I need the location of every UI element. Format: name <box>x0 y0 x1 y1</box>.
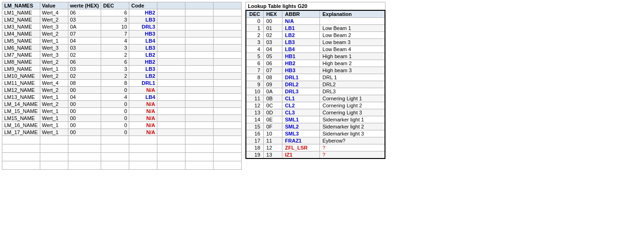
lookup-dec-cell: 9 <box>246 81 263 88</box>
code-cell: LB2 <box>129 52 157 59</box>
lookup-row: 16 10 SML3 Sidemarker light 3 <box>246 130 385 137</box>
lookup-dec-cell: 11 <box>246 95 263 102</box>
lookup-hex-cell: 04 <box>263 46 282 53</box>
lookup-row: 13 0D CL3 Cornering Light 3 <box>246 109 385 116</box>
lm-name-cell: LM1_NAME <box>2 9 40 16</box>
lookup-abbr-cell: CL2 <box>282 102 319 109</box>
empty-cell-1 <box>157 101 185 108</box>
table-row: LM7_NAME Wert_3 02 2 LB2 <box>2 52 242 59</box>
table-row: LM12_NAME Wert_2 00 0 N/A <box>2 87 242 94</box>
lookup-dec-cell: 13 <box>246 109 263 116</box>
empty-cell-3 <box>214 59 242 66</box>
table-row: LM_17_NAME Wert_1 00 0 N/A <box>2 129 242 136</box>
value-cell: Wert_3 <box>40 23 68 30</box>
lookup-dec-cell: 7 <box>246 67 263 74</box>
empty-cell-2 <box>185 52 214 59</box>
lookup-dec-cell: 5 <box>246 53 263 60</box>
lookup-dec-cell: 17 <box>246 137 263 144</box>
dec-cell: 10 <box>101 23 129 30</box>
lookup-explanation-cell: Low Beam 4 <box>319 46 385 53</box>
lm-name-cell: LM_14_NAME <box>2 101 40 108</box>
lookup-dec-cell: 14 <box>246 116 263 123</box>
empty-cell-3 <box>214 115 242 122</box>
lm-name-cell: LM10_NAME <box>2 73 40 80</box>
lm-name-cell: LM_16_NAME <box>2 122 40 129</box>
lookup-row: 3 03 LB3 Low beam 3 <box>246 39 385 46</box>
table-row: LM6_NAME Wert_3 03 3 LB3 <box>2 45 242 52</box>
lookup-hex-cell: 00 <box>263 18 282 25</box>
left-table-container: LM_NAMES Value werte (HEX) DEC Code LM1_… <box>2 2 242 170</box>
value-cell: Wert_1 <box>40 122 68 129</box>
lookup-hex-cell: 0A <box>263 88 282 95</box>
value-cell: Wert_3 <box>40 45 68 52</box>
lookup-table-container: Lookup Table lights G20 DEC HEX ABBR Exp… <box>245 2 385 170</box>
lookup-explanation-cell: ? <box>319 151 385 159</box>
lookup-hex-cell: 0B <box>263 95 282 102</box>
empty-cell-1 <box>157 73 185 80</box>
lm-name-cell: LM_15_NAME <box>2 108 40 115</box>
lookup-dec-cell: 3 <box>246 39 263 46</box>
empty-cell-1 <box>157 45 185 52</box>
lookup-explanation-cell: Cornering Light 1 <box>319 95 385 102</box>
code-cell: N/A <box>129 101 157 108</box>
dec-cell: 3 <box>101 16 129 23</box>
empty-cell-2 <box>185 108 214 115</box>
value-cell: Wert_2 <box>40 73 68 80</box>
hex-cell: 04 <box>68 38 101 45</box>
empty-cell-3 <box>214 23 242 30</box>
lm-name-cell: LM12_NAME <box>2 87 40 94</box>
col-header-empty1 <box>157 2 185 9</box>
lookup-row: 1 01 LB1 Low Beam 1 <box>246 25 385 32</box>
lookup-row: 17 11 FRAZ1 Eyberow? <box>246 137 385 144</box>
empty-cell-2 <box>185 16 214 23</box>
lookup-dec-cell: 2 <box>246 32 263 39</box>
hex-cell: 02 <box>68 52 101 59</box>
lookup-row: 14 0E SML1 Sidemarker light 1 <box>246 116 385 123</box>
code-cell: N/A <box>129 115 157 122</box>
dec-cell: 6 <box>101 9 129 16</box>
empty-cell-1 <box>157 108 185 115</box>
lookup-abbr-cell: SML3 <box>282 130 319 137</box>
col-header-dec: DEC <box>101 2 129 9</box>
lm-name-cell: LM9_NAME <box>2 66 40 73</box>
empty-cell-1 <box>157 80 185 87</box>
hex-cell: 06 <box>68 59 101 66</box>
lookup-abbr-cell: HB2 <box>282 60 319 67</box>
hex-cell: 06 <box>68 9 101 16</box>
lookup-row: 5 05 HB1 High beam 1 <box>246 53 385 60</box>
lm-name-cell: LM6_NAME <box>2 45 40 52</box>
code-cell: LB3 <box>129 66 157 73</box>
lookup-abbr-cell: DRL3 <box>282 88 319 95</box>
lookup-abbr-cell: LB3 <box>282 39 319 46</box>
lookup-abbr-cell: ZFL_LSR <box>282 144 319 151</box>
dec-cell: 6 <box>101 59 129 66</box>
code-cell: N/A <box>129 122 157 129</box>
table-row <box>2 161 242 170</box>
code-cell: HB2 <box>129 9 157 16</box>
code-cell: DRL1 <box>129 80 157 87</box>
value-cell: Wert_2 <box>40 16 68 23</box>
lookup-explanation-cell: Eyberow? <box>319 137 385 144</box>
lookup-abbr-cell: DRL2 <box>282 81 319 88</box>
lookup-abbr-cell: LB4 <box>282 46 319 53</box>
hex-cell: 03 <box>68 45 101 52</box>
empty-cell-2 <box>185 101 214 108</box>
empty-cell-2 <box>185 9 214 16</box>
empty-cell-2 <box>185 87 214 94</box>
dec-cell: 4 <box>101 38 129 45</box>
lookup-row: 6 06 HB2 High beam 2 <box>246 60 385 67</box>
code-cell: LB2 <box>129 73 157 80</box>
empty-cell-1 <box>157 52 185 59</box>
lookup-explanation-cell: ? <box>319 144 385 151</box>
empty-cell-1 <box>157 66 185 73</box>
table-row: LM10_NAME Wert_2 02 2 LB2 <box>2 73 242 80</box>
empty-cell-1 <box>157 16 185 23</box>
hex-cell: 00 <box>68 115 101 122</box>
table-row <box>2 144 242 153</box>
lookup-row: 9 09 DRL2 DRL2 <box>246 81 385 88</box>
lookup-dec-cell: 15 <box>246 123 263 130</box>
empty-cell-3 <box>214 66 242 73</box>
empty-cell-3 <box>214 87 242 94</box>
lookup-explanation-cell: High beam 2 <box>319 60 385 67</box>
empty-cell-3 <box>214 73 242 80</box>
